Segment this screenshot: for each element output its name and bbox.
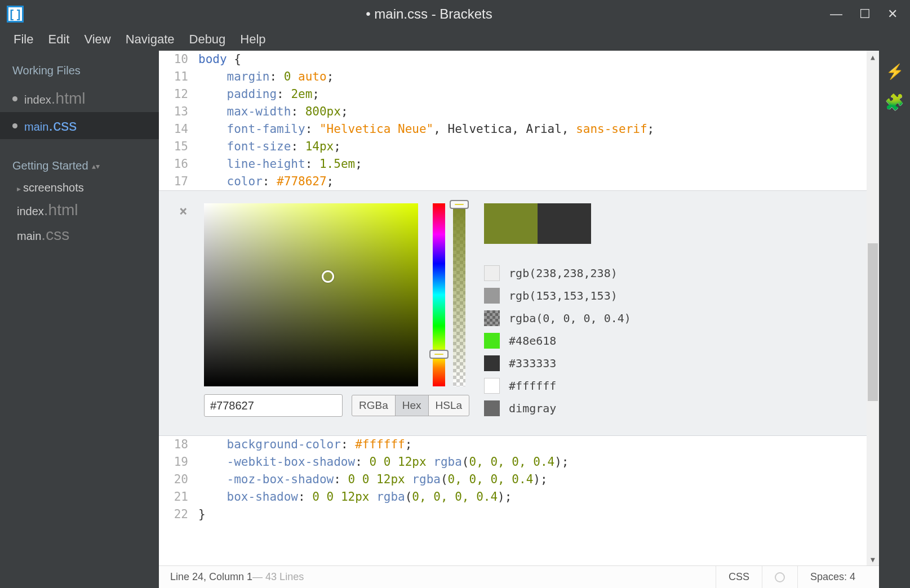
line-number: 13 [159, 103, 198, 121]
swatch-label: dimgray [509, 402, 556, 415]
code-line[interactable]: 16 line-height: 1.5em; [159, 155, 879, 173]
sv-thumb[interactable] [322, 270, 334, 283]
tree-item[interactable]: screenshots [0, 178, 159, 198]
format-hsla-button[interactable]: HSLa [428, 395, 470, 416]
menu-debug[interactable]: Debug [189, 32, 226, 47]
working-file-main[interactable]: main.css [0, 112, 159, 139]
hue-thumb[interactable] [429, 350, 449, 359]
swatch-chip [484, 333, 500, 349]
code-area[interactable]: 10 body { 11 margin: 0 auto; 12 padding:… [159, 51, 879, 565]
vertical-scrollbar[interactable]: ▲ ▼ [867, 51, 879, 565]
format-hex-button[interactable]: Hex [395, 395, 429, 416]
menu-view[interactable]: View [84, 32, 110, 47]
inline-color-editor: × [159, 190, 879, 436]
statusbar: Line 24, Column 1 — 43 Lines CSS Spaces:… [159, 565, 879, 588]
swatch-label: rgb(238,238,238) [509, 266, 618, 280]
menu-file[interactable]: File [14, 32, 33, 47]
extension-manager-icon[interactable]: 🧩 [885, 93, 904, 112]
scrollbar-thumb[interactable] [868, 243, 878, 401]
swatch-label: #333333 [509, 357, 556, 370]
sidebar: Working Files index.html main.css Gettin… [0, 51, 159, 565]
code-line[interactable]: 20 -moz-box-shadow: 0 0 12px rgba(0, 0, … [159, 471, 879, 488]
code-line[interactable]: 12 padding: 2em; [159, 86, 879, 103]
code-line[interactable]: 19 -webkit-box-shadow: 0 0 12px rgba(0, … [159, 453, 879, 471]
line-number: 22 [159, 506, 198, 523]
current-color-swatch [484, 203, 591, 244]
swatch-row[interactable]: #333333 [484, 355, 631, 371]
maximize-button[interactable]: ☐ [859, 7, 871, 21]
dirty-dot [12, 123, 17, 128]
line-number: 19 [159, 453, 198, 471]
swatch-label: #48e618 [509, 334, 556, 348]
saturation-value-picker[interactable] [204, 203, 418, 386]
project-name: Getting Started [12, 159, 88, 172]
tree-item[interactable]: main.css [0, 222, 159, 247]
file-name: index.html [24, 90, 86, 108]
swatch-chip [484, 310, 500, 326]
line-number: 10 [159, 51, 198, 68]
code-line[interactable]: 17 color: #778627; [159, 173, 879, 190]
cursor-position[interactable]: Line 24, Column 1 [170, 571, 252, 583]
line-number: 20 [159, 471, 198, 488]
window-title: • main.css - Brackets [28, 6, 830, 22]
swatch-label: rgb(153,153,153) [509, 289, 618, 302]
code-line[interactable]: 14 font-family: "Helvetica Neue", Helvet… [159, 121, 879, 138]
swatch-row[interactable]: #ffffff [484, 378, 631, 394]
code-line[interactable]: 18 background-color: #ffffff; [159, 436, 879, 453]
close-icon[interactable]: × [179, 203, 187, 219]
right-toolbar: ⚡ 🧩 [879, 51, 910, 565]
swatch-chip [484, 400, 500, 416]
project-dropdown-icon: ▴▾ [92, 162, 100, 171]
menubar: File Edit View Navigate Debug Help [0, 28, 910, 51]
swatch-row[interactable]: rgba(0, 0, 0, 0.4) [484, 310, 631, 326]
language-mode[interactable]: CSS [716, 566, 762, 589]
line-number: 15 [159, 138, 198, 155]
code-line[interactable]: 21 box-shadow: 0 0 12px rgba(0, 0, 0, 0.… [159, 488, 879, 506]
inspection-indicator[interactable] [762, 566, 797, 589]
swatch-row[interactable]: rgb(153,153,153) [484, 288, 631, 304]
editor[interactable]: 10 body { 11 margin: 0 auto; 12 padding:… [159, 51, 879, 565]
working-files-label: Working Files [0, 56, 159, 85]
scroll-down-arrow[interactable]: ▼ [867, 553, 879, 565]
swatch-label: rgba(0, 0, 0, 0.4) [509, 311, 631, 325]
format-button-group: RGBa Hex HSLa [352, 395, 469, 416]
code-line[interactable]: 22 } [159, 506, 879, 523]
close-button[interactable]: ✕ [887, 7, 898, 21]
swatch-row[interactable]: #48e618 [484, 333, 631, 349]
app-icon: [ ] [7, 6, 24, 23]
code-line[interactable]: 10 body { [159, 51, 879, 68]
menu-navigate[interactable]: Navigate [126, 32, 175, 47]
working-file-index[interactable]: index.html [0, 85, 159, 112]
line-number: 21 [159, 488, 198, 506]
swatch-row[interactable]: dimgray [484, 400, 631, 416]
swatch-row[interactable]: rgb(238,238,238) [484, 265, 631, 281]
live-preview-icon[interactable]: ⚡ [886, 63, 904, 81]
line-number: 17 [159, 173, 198, 190]
code-line[interactable]: 15 font-size: 14px; [159, 138, 879, 155]
minimize-button[interactable]: — [830, 7, 842, 21]
new-color [484, 203, 538, 244]
window-controls: — ☐ ✕ [830, 7, 903, 21]
color-value-input[interactable] [204, 394, 343, 417]
code-line[interactable]: 13 max-width: 800px; [159, 103, 879, 121]
swatch-chip [484, 265, 500, 281]
tree-item[interactable]: index.html [0, 198, 159, 222]
menu-help[interactable]: Help [240, 32, 265, 47]
indent-setting[interactable]: Spaces: 4 [797, 566, 868, 589]
original-color[interactable] [538, 203, 591, 244]
code-line[interactable]: 11 margin: 0 auto; [159, 68, 879, 86]
format-rgba-button[interactable]: RGBa [352, 395, 396, 416]
swatch-chip [484, 288, 500, 304]
file-name: main.css [24, 117, 77, 135]
scroll-up-arrow[interactable]: ▲ [867, 51, 879, 63]
alpha-thumb[interactable] [450, 200, 469, 209]
hue-slider[interactable] [433, 203, 445, 386]
swatch-label: #ffffff [509, 379, 556, 393]
menu-edit[interactable]: Edit [48, 32, 69, 47]
alpha-slider[interactable] [453, 203, 465, 386]
project-selector[interactable]: Getting Started ▴▾ [0, 139, 159, 178]
line-count: — 43 Lines [252, 571, 304, 583]
dirty-dot [12, 96, 17, 101]
titlebar: [ ] • main.css - Brackets — ☐ ✕ [0, 0, 910, 28]
line-number: 11 [159, 68, 198, 86]
